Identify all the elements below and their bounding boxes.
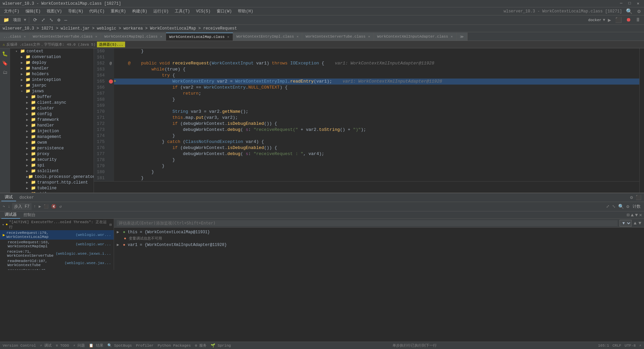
maximize-btn[interactable]: □ xyxy=(627,1,633,6)
tab-close-4[interactable]: ✕ xyxy=(297,35,299,39)
search-debug-btn[interactable]: 🔍 xyxy=(618,203,625,210)
tree-item-handler[interactable]: ▶ 📁 handler xyxy=(10,65,94,71)
icon-bar-debug[interactable]: 🐛 xyxy=(1,50,9,58)
tab-close-1[interactable]: ✕ xyxy=(95,35,97,39)
tree-item-handler2[interactable]: ▶ 📁 handler xyxy=(10,122,94,128)
tab-close-0[interactable]: ✕ xyxy=(24,35,26,39)
tab-3[interactable]: WorkContextLocalMap.class ✕ xyxy=(166,33,233,41)
menu-file[interactable]: 文件(F) xyxy=(1,8,22,15)
sub-tab-debugger[interactable]: 调试器 xyxy=(1,211,20,219)
tab-5[interactable]: WorkContextServerTube.class ✕ xyxy=(302,33,374,41)
collapse-all-btn[interactable]: ⤡ xyxy=(611,203,616,210)
decompile-btn[interactable]: 选择器(S)... xyxy=(97,42,125,47)
debug-record-icon[interactable]: ⏺ xyxy=(625,17,633,23)
menu-refactor[interactable]: 重构(R) xyxy=(108,8,129,15)
toolbar-sync[interactable]: ⟳ xyxy=(32,16,39,23)
clear-btn[interactable]: ✕ xyxy=(639,211,643,218)
tree-item-framework[interactable]: ▶ 📁 framework xyxy=(10,117,94,122)
eval-input[interactable] xyxy=(117,220,618,226)
tree-item-owsm[interactable]: ▶ 📁 owsm xyxy=(10,140,94,145)
tab-close-5[interactable]: ✕ xyxy=(368,35,370,39)
step-out-btn[interactable]: ↑ xyxy=(33,204,37,210)
tree-item-tools[interactable]: ▶ 📁 tools.processor.generator xyxy=(10,174,94,180)
stack-frame-2[interactable]: receive:71, WorkContextServerTube (weblo… xyxy=(0,249,114,258)
tab-close-3[interactable]: ✕ xyxy=(227,35,229,39)
tab-2[interactable]: WorkContextMapImpl.class ✕ xyxy=(101,33,166,41)
status-python[interactable]: Python Packages xyxy=(158,344,191,348)
debug-run-icon[interactable]: ▶ xyxy=(606,17,612,23)
status-problems[interactable]: ⚡ 问题 xyxy=(73,343,85,348)
tab-close-2[interactable]: ✕ xyxy=(160,35,162,39)
tree-item-transport[interactable]: ▶ 📁 transport.http.client xyxy=(10,180,94,185)
mute-btn[interactable]: 🔇 xyxy=(51,203,57,210)
toolbar-collapse-all[interactable]: ⤡ xyxy=(48,16,55,23)
horizontal-scrollbar[interactable] xyxy=(94,181,639,186)
reset-btn[interactable]: ↺ xyxy=(58,203,62,210)
menu-build[interactable]: 构建(B) xyxy=(129,8,150,15)
thread-expand-icon[interactable]: ▾ xyxy=(2,222,4,227)
code-editor[interactable]: 160 } 161 162 @ @ public void receiveReq… xyxy=(94,48,639,193)
bottom-tab-docker[interactable]: docker xyxy=(16,195,37,201)
tab-1[interactable]: WorkContextServerTube.class ✕ xyxy=(30,33,101,41)
maximize-panel-icon[interactable]: ⬛ xyxy=(634,195,643,200)
stack-frame-4[interactable]: processRequest:43, WorkContextServerTube… xyxy=(0,268,114,270)
tree-item-management[interactable]: ▶ 📁 management xyxy=(10,134,94,140)
tree-item-holders[interactable]: ▶ 📁 holders xyxy=(10,71,94,77)
tree-item-cluster[interactable]: ▶ 📁 cluster xyxy=(10,105,94,111)
tree-item-injection[interactable]: ▶ 📁 injection xyxy=(10,128,94,134)
expand-all-btn[interactable]: ⤢ xyxy=(605,203,610,210)
tree-item-util[interactable]: ▶ 📁 util xyxy=(10,191,94,193)
tree-item-client-async[interactable]: ▶ 📁 client.async xyxy=(10,100,94,105)
stack-frame-0[interactable]: ▶ receiveRequest:179, WorkContextLocalMa… xyxy=(0,230,114,240)
menu-nav[interactable]: 导航(N) xyxy=(65,8,86,15)
stack-frame-3[interactable]: readHeaderOld:107, WorkContextTube (webl… xyxy=(0,258,114,268)
var-var1[interactable]: ▶ ● var1 = {WorkContextXmlInputAdapter@1… xyxy=(114,242,644,248)
icon-bar-jpa[interactable]: 🗂 xyxy=(1,68,9,77)
toolbar-expand-all[interactable]: ⤢ xyxy=(40,16,47,23)
status-crlf[interactable]: CRLF xyxy=(612,344,621,348)
tree-item-tubeline[interactable]: ▶ 📁 tubeline xyxy=(10,185,94,191)
status-todo[interactable]: ≡ TODO xyxy=(56,344,69,348)
sub-tab-console[interactable]: 控制台 xyxy=(20,211,39,218)
breakpoint-icon-165[interactable]: ⬤ xyxy=(109,79,113,85)
stack-frame-1[interactable]: receiveRequest:163, WorkContextMapImpl (… xyxy=(0,240,114,249)
arrow-down-btn[interactable]: ▼ xyxy=(634,212,638,218)
tab-6[interactable]: WorkContextXmlInputAdapter.class ✕ xyxy=(374,33,457,41)
status-profiler[interactable]: Profiler xyxy=(136,344,154,348)
step-into-label[interactable]: 步入 F7 xyxy=(12,203,32,210)
status-charset[interactable]: UTF-8 xyxy=(625,344,636,348)
tree-item-jaxws[interactable]: ▾ 📁 jaxws xyxy=(10,88,94,94)
status-spring[interactable]: 🌱 Spring xyxy=(211,343,231,348)
filter-btn[interactable]: ⊟ xyxy=(626,211,630,218)
menu-tools[interactable]: 工具(T) xyxy=(172,8,193,15)
tree-item-jaxrpc[interactable]: ▶ 📁 jaxrpc xyxy=(10,83,94,88)
window-controls[interactable]: — □ ✕ xyxy=(618,1,641,6)
settings-btn[interactable]: ⚙ xyxy=(635,8,643,15)
debug-pause-icon[interactable]: ⏸ xyxy=(634,17,642,23)
tree-item-conversation[interactable]: ▶ 📁 conversation xyxy=(10,54,94,60)
minimize-btn[interactable]: — xyxy=(618,1,624,6)
menu-run[interactable]: 运行(U) xyxy=(151,8,171,15)
resume-btn[interactable]: ▶ xyxy=(38,203,42,210)
tree-item-spi[interactable]: ▶ 📁 spi xyxy=(10,162,94,168)
tree-item-security[interactable]: ▶ 📁 security xyxy=(10,157,94,162)
tree-item-sslclient[interactable]: ▶ 📁 sslclient xyxy=(10,168,94,174)
stop-btn[interactable]: ⬛ xyxy=(43,203,49,210)
menu-vcs[interactable]: VCS(S) xyxy=(193,8,213,14)
menu-code[interactable]: 代码(C) xyxy=(87,8,107,15)
eval-dropdown[interactable]: ▼ xyxy=(620,220,632,227)
status-power[interactable]: ⚡ xyxy=(639,343,641,348)
eval-up-icon[interactable]: ▲ xyxy=(634,220,636,226)
bottom-tab-debug[interactable]: 调试 xyxy=(1,194,16,201)
gutter-165[interactable]: ⬤ xyxy=(107,79,114,85)
tree-item-persistence[interactable]: ▶ 📁 persistence xyxy=(10,145,94,151)
arrow-up-btn[interactable]: ▲ xyxy=(630,212,634,218)
tab-0[interactable]: ...class ✕ xyxy=(0,33,30,41)
menu-window[interactable]: 窗口(W) xyxy=(214,8,235,15)
tree-item-deploy[interactable]: ▶ 📁 deploy xyxy=(10,60,94,65)
toolbar-close-panel[interactable]: — xyxy=(63,17,68,23)
tree-item-config[interactable]: ▶ 📁 config xyxy=(10,111,94,117)
toolbar-settings[interactable]: ⚙ xyxy=(56,16,61,23)
debug-settings-btn[interactable]: ⚙ xyxy=(626,203,630,210)
tab-close-6[interactable]: ✕ xyxy=(451,35,453,39)
